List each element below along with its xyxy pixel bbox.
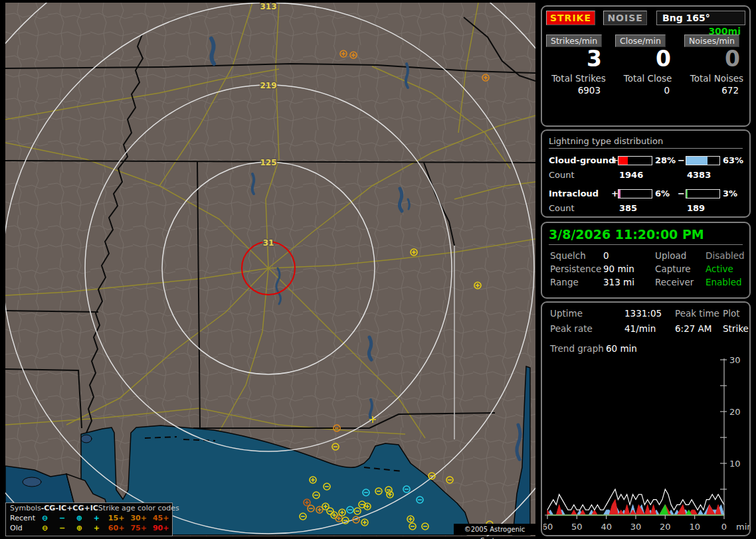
upload-status: Disabled [706, 250, 745, 261]
legend-col-ic-neg: -IC [55, 503, 66, 513]
bearing-range-value: 300mi [708, 25, 745, 38]
legend-symbols-label: Symbols [6, 503, 41, 513]
persistence-value: 90 min [603, 264, 634, 274]
cloud-ground-count-row: Count 1946 4383 [542, 170, 749, 182]
svg-text:0: 0 [721, 522, 727, 532]
cg-pos-bar [618, 156, 652, 165]
capture-status: Active [706, 264, 733, 274]
age-code-75: 75+ [128, 523, 150, 533]
old-cg-neg-icon: ⊖ [37, 523, 54, 533]
peak-time-value: 6:27 AM [675, 323, 712, 334]
cg-pos-count: 1946 [619, 170, 643, 180]
old-ic-neg-icon: − [54, 523, 71, 533]
stats-grid: Uptime 1331:05 Peak time Plot Peak rate … [542, 303, 749, 350]
bearing-value: Bng 165° [657, 13, 710, 23]
receiver-label: Receiver [655, 277, 694, 287]
age-code-30: 30+ [128, 513, 150, 523]
trend-panel: Uptime 1331:05 Peak time Plot Peak rate … [541, 301, 751, 536]
trend-window-value: 60 min [606, 343, 637, 354]
ic-neg-pct: 3% [723, 189, 737, 198]
datetime-display: 3/8/2026 11:20:00 PM [549, 227, 743, 245]
range-label: Range [550, 277, 579, 287]
plot-label: Plot [723, 308, 739, 319]
ic-neg-sign: − [678, 189, 685, 198]
recent-ic-neg-icon: − [54, 513, 71, 523]
recent-cg-neg-icon: ⊖ [37, 513, 54, 523]
svg-text:60: 60 [543, 522, 553, 532]
age-code-60: 60+ [105, 523, 128, 533]
ic-pos-pct: 6% [655, 189, 670, 198]
intracloud-row: Intracloud + 6% − 3% [542, 187, 749, 202]
capture-label: Capture [655, 264, 691, 274]
ring-label-31: 31 [263, 238, 274, 248]
uptime-value: 1331:05 [624, 308, 662, 319]
cg-pos-pct: 28% [655, 155, 676, 165]
total-close-value: 0 [615, 85, 680, 96]
noises-per-min-value: 0 [684, 47, 749, 71]
svg-text:20: 20 [660, 522, 671, 532]
old-cg-pos-icon: ⊕ [71, 523, 88, 533]
cg-neg-count: 4383 [687, 170, 711, 180]
plot-mode-value: Strike [723, 323, 749, 334]
cg-neg-sign: − [678, 155, 685, 165]
counters-panel: STRIKE NOISE Bng 165° 300mi Strikes/min … [541, 5, 751, 127]
trend-graph-label: Trend graph [550, 343, 604, 354]
settings-grid: Squelch 0 Upload Disabled Persistence 90… [542, 245, 749, 295]
cloud-ground-label: Cloud-ground [549, 155, 614, 165]
squelch-label: Squelch [550, 250, 586, 261]
strikes-per-min-value: 3 [546, 47, 611, 71]
intracloud-count-row: Count 385 189 [542, 203, 749, 215]
strike-mode-button[interactable]: STRIKE [546, 11, 595, 25]
age-code-15: 15+ [105, 513, 128, 523]
strikes-counter: Strikes/min 3 Total Strikes 6903 [546, 35, 611, 96]
cg-neg-pct: 63% [723, 155, 743, 165]
app-window: 313 219 125 31 Symbols -CG -IC +CG +IC S… [0, 0, 756, 539]
legend-old-label: Old [6, 523, 37, 533]
recent-ic-pos-icon: + [88, 513, 105, 523]
squelch-value: 0 [603, 250, 609, 261]
ic-neg-count: 189 [687, 203, 705, 213]
persistence-label: Persistence [550, 264, 601, 274]
cg-count-label: Count [549, 170, 575, 180]
intracloud-label: Intracloud [549, 189, 599, 198]
legend-age-title: Strike age color codes [98, 503, 179, 513]
ring-label-219: 219 [260, 81, 276, 90]
svg-text:40: 40 [601, 522, 612, 532]
age-code-90: 90+ [149, 523, 172, 533]
recent-cg-pos-icon: ⊕ [71, 513, 88, 523]
noises-counter: Noises/min 0 Total Noises 672 [684, 35, 749, 96]
ring-label-125: 125 [260, 158, 276, 167]
total-noises-value: 672 [684, 85, 749, 96]
ic-neg-bar [686, 189, 720, 198]
range-value: 313 mi [603, 277, 634, 287]
total-strikes-value: 6903 [546, 85, 611, 96]
strike-map[interactable]: 313 219 125 31 Symbols -CG -IC +CG +IC S… [5, 3, 535, 536]
age-code-45: 45+ [149, 513, 172, 523]
ring-label-313: 313 [260, 3, 276, 11]
legend-recent-label: Recent [6, 513, 37, 523]
cg-neg-bar [686, 156, 720, 165]
copyright-text: ©2005 Astrogenic Systems [454, 524, 535, 535]
svg-text:30: 30 [729, 355, 741, 365]
uptime-label: Uptime [550, 308, 583, 319]
svg-text:50: 50 [571, 522, 583, 532]
svg-text:10: 10 [689, 522, 700, 532]
peak-rate-label: Peak rate [550, 323, 593, 334]
ic-pos-bar [618, 189, 652, 198]
legend-col-cg-neg: -CG [41, 503, 56, 513]
close-counter: Close/min 0 Total Close 0 [615, 35, 680, 96]
cloud-ground-row: Cloud-ground + 28% − 63% [542, 154, 749, 169]
peak-time-label: Peak time [675, 308, 719, 319]
svg-text:30: 30 [630, 522, 642, 532]
old-ic-pos-icon: + [88, 523, 105, 533]
upload-label: Upload [655, 250, 686, 261]
map-legend: Symbols -CG -IC +CG +IC Strike age color… [5, 502, 173, 536]
ic-pos-count: 385 [619, 203, 637, 213]
noise-mode-button[interactable]: NOISE [603, 11, 647, 25]
map-canvas: 313 219 125 31 [5, 3, 535, 536]
ic-count-label: Count [549, 203, 575, 213]
peak-rate-value: 41/min [624, 323, 656, 334]
distribution-title: Lightning type distribution [549, 136, 743, 149]
bearing-range-readout: Bng 165° 300mi [656, 11, 745, 25]
clock-panel: 3/8/2026 11:20:00 PM Squelch 0 Upload Di… [541, 222, 751, 299]
